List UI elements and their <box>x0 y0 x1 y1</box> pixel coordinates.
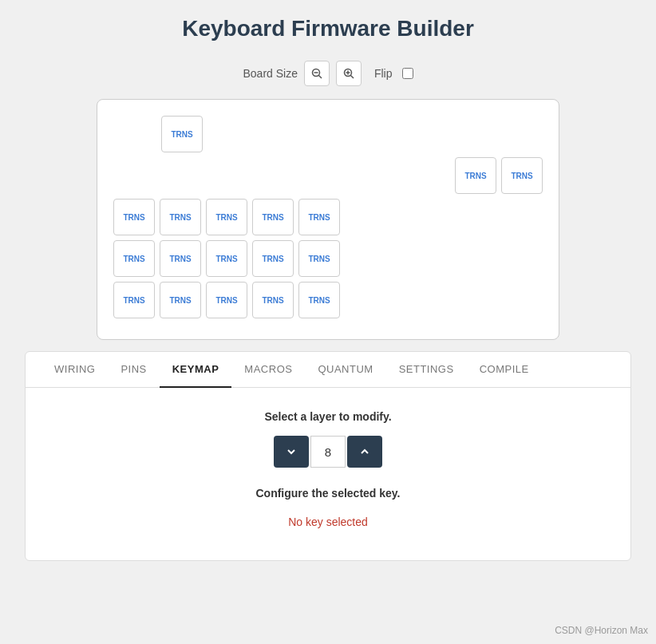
configure-label: Configure the selected key. <box>255 487 400 500</box>
tab-quantum[interactable]: QUANTUM <box>305 352 385 388</box>
watermark: CSDN @Horizon Max <box>555 625 648 636</box>
tab-macros[interactable]: MACROS <box>231 352 305 388</box>
key-row-5: TRNS TRNS TRNS TRNS TRNS <box>113 282 543 318</box>
no-key-selected: No key selected <box>288 516 368 528</box>
layer-stepper: 8 <box>274 436 382 468</box>
key-row-1: TRNS <box>113 116 543 152</box>
zoom-in-icon <box>343 68 354 79</box>
key-r3-1[interactable]: TRNS <box>113 199 155 235</box>
key-r3-4[interactable]: TRNS <box>252 199 294 235</box>
tabs-section: WIRING PINS KEYMAP MACROS QUANTUM SETTIN… <box>25 351 631 561</box>
key-r5-2[interactable]: TRNS <box>160 282 201 318</box>
keyboard-layout: TRNS TRNS TRNS TRNS TRNS TRNS TRNS TRNS … <box>97 99 559 340</box>
key-r5-1[interactable]: TRNS <box>113 282 155 318</box>
key-row-3: TRNS TRNS TRNS TRNS TRNS <box>113 199 543 235</box>
key-r5-3[interactable]: TRNS <box>206 282 247 318</box>
zoom-out-button[interactable] <box>304 61 330 86</box>
tab-keymap[interactable]: KEYMAP <box>160 352 232 388</box>
key-r4-3[interactable]: TRNS <box>206 240 247 277</box>
svg-line-1 <box>318 75 322 78</box>
key-row-4: TRNS TRNS TRNS TRNS TRNS <box>113 240 543 277</box>
chevron-down-icon <box>287 447 296 456</box>
keymap-tab-content: Select a layer to modify. 8 Configure th… <box>26 388 630 560</box>
chevron-up-icon <box>360 447 369 456</box>
layer-value: 8 <box>310 436 346 468</box>
page-title: Keyboard Firmware Builder <box>182 16 474 41</box>
flip-checkbox[interactable] <box>402 68 413 79</box>
page-container: Keyboard Firmware Builder Board Size Fli… <box>0 0 656 569</box>
key-r2-2[interactable]: TRNS <box>501 157 543 194</box>
board-size-label: Board Size <box>243 67 297 80</box>
key-r5-5[interactable]: TRNS <box>298 282 340 318</box>
key-r1-1[interactable]: TRNS <box>161 116 203 152</box>
tab-settings[interactable]: SETTINGS <box>386 352 467 388</box>
key-r3-3[interactable]: TRNS <box>206 199 247 235</box>
key-r4-5[interactable]: TRNS <box>298 240 340 277</box>
layer-increment-button[interactable] <box>347 436 382 468</box>
svg-line-4 <box>350 75 354 78</box>
key-r2-1[interactable]: TRNS <box>455 157 496 194</box>
tab-compile[interactable]: COMPILE <box>467 352 542 388</box>
tabs-nav: WIRING PINS KEYMAP MACROS QUANTUM SETTIN… <box>26 352 630 388</box>
key-r3-5[interactable]: TRNS <box>298 199 340 235</box>
key-r4-4[interactable]: TRNS <box>252 240 294 277</box>
tab-pins[interactable]: PINS <box>108 352 159 388</box>
layer-decrement-button[interactable] <box>274 436 309 468</box>
key-row-2: TRNS TRNS <box>113 157 543 194</box>
select-layer-label: Select a layer to modify. <box>264 410 391 423</box>
key-r4-2[interactable]: TRNS <box>160 240 201 277</box>
key-r5-4[interactable]: TRNS <box>252 282 294 318</box>
board-controls: Board Size Flip <box>243 61 413 86</box>
zoom-in-button[interactable] <box>336 61 362 86</box>
key-r4-1[interactable]: TRNS <box>113 240 155 277</box>
key-r3-2[interactable]: TRNS <box>160 199 201 235</box>
flip-label: Flip <box>374 67 393 80</box>
tab-wiring[interactable]: WIRING <box>41 352 108 388</box>
zoom-out-icon <box>311 68 322 79</box>
